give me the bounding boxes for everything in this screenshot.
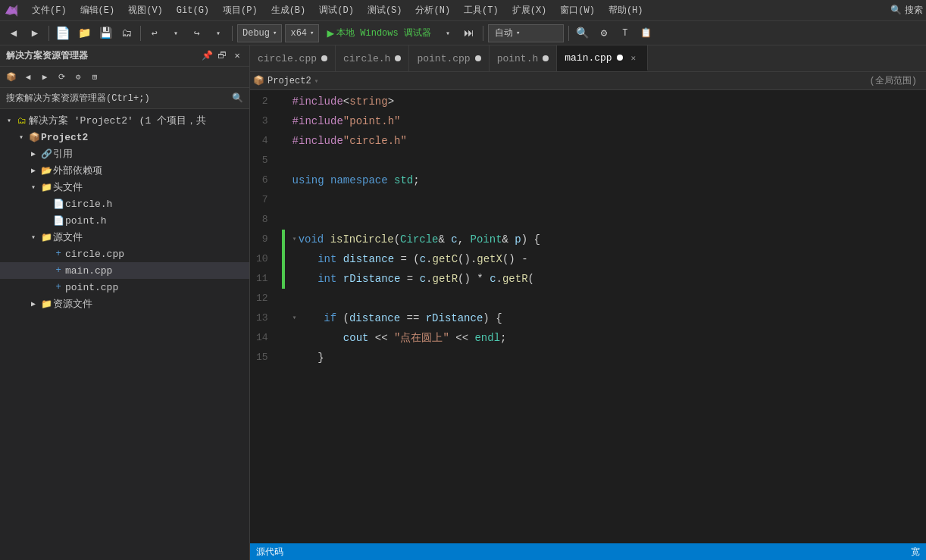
tab-point-h[interactable]: point.h — [490, 45, 558, 71]
sidebar-settings-btn[interactable]: ⚙ — [71, 70, 85, 84]
sources-icon: 📁 — [39, 232, 53, 243]
menu-git[interactable]: Git(G) — [170, 4, 215, 17]
pp-3: #include — [293, 111, 343, 131]
breadcrumb-icon: 📦 — [253, 75, 264, 86]
code-editor[interactable]: 2 3 4 5 6 7 8 9 10 11 12 13 14 15 — [250, 90, 926, 560]
save-btn[interactable]: 💾 — [96, 24, 114, 42]
menu-file[interactable]: 文件(F) — [26, 2, 73, 18]
code-content[interactable]: #include<string> #include"point.h" #incl… — [286, 90, 926, 560]
headers-arrow[interactable]: ▾ — [27, 183, 39, 192]
menu-debug[interactable]: 调试(D) — [313, 2, 360, 18]
sidebar-search-icon[interactable]: 🔍 — [232, 92, 243, 104]
forward-btn[interactable]: ▶ — [26, 24, 44, 42]
tree-item-headers[interactable]: ▾ 📁 头文件 — [0, 179, 249, 196]
extra-btn1[interactable]: 🔍 — [574, 24, 592, 42]
sidebar-search-text: 搜索解决方案资源管理器(Ctrl+;) — [6, 92, 229, 105]
debug-config-dropdown[interactable]: Debug ▾ — [237, 24, 282, 42]
pp-2: #include — [293, 92, 343, 111]
extra-btn3[interactable]: T — [616, 24, 634, 42]
tree-item-external-deps[interactable]: ▶ 📂 外部依赖项 — [0, 162, 249, 179]
sidebar-solution-icon: 📦 — [5, 70, 18, 84]
undo-btn[interactable]: ↩ — [145, 24, 164, 42]
collapse-9[interactable]: ▾ — [293, 230, 297, 249]
new-file-btn[interactable]: 📄 — [54, 24, 72, 42]
tree-item-resources[interactable]: ▶ 📁 资源文件 — [0, 296, 249, 312]
auto-dropdown[interactable]: 自动 ▾ — [488, 24, 564, 42]
extra-btn2[interactable]: ⚙ — [595, 24, 613, 42]
run-dropdown[interactable]: ▾ — [439, 24, 457, 42]
menu-window[interactable]: 窗口(W) — [554, 2, 601, 18]
tab-main-cpp[interactable]: main.cpp ✕ — [557, 45, 647, 71]
save-all-btn[interactable]: 🗂 — [117, 24, 136, 42]
tab-point-cpp-label: point.cpp — [417, 53, 470, 64]
main-cpp-label: main.cpp — [65, 265, 112, 277]
tab-circle-cpp[interactable]: circle.cpp — [250, 45, 336, 71]
redo-btn[interactable]: ↪ — [188, 24, 206, 42]
solution-expand-arrow[interactable]: ▾ — [3, 116, 15, 125]
menu-extensions[interactable]: 扩展(X) — [506, 2, 553, 18]
tab-circle-h[interactable]: circle.h — [336, 45, 409, 71]
menu-project[interactable]: 项目(P) — [217, 2, 264, 18]
project-expand-arrow[interactable]: ▾ — [15, 133, 27, 142]
code-line-7 — [286, 190, 926, 210]
circle-cpp-label: circle.cpp — [65, 249, 124, 260]
sources-arrow[interactable]: ▾ — [27, 233, 39, 242]
undo-dropdown[interactable]: ▾ — [167, 24, 185, 42]
main-cpp-icon: + — [52, 265, 65, 276]
extra-btn4[interactable]: 📋 — [637, 24, 655, 42]
tab-point-cpp[interactable]: point.cpp — [409, 45, 489, 71]
search-bar[interactable]: 🔍 搜索 — [890, 4, 923, 17]
tree-item-point-h[interactable]: 📄 point.h — [0, 212, 249, 229]
project-root[interactable]: ▾ 📦 Project2 — [0, 129, 249, 145]
open-btn[interactable]: 📁 — [75, 24, 93, 42]
menu-analyze[interactable]: 分析(N) — [409, 2, 456, 18]
ln-2: 2 — [256, 92, 268, 111]
tree-item-circle-h[interactable]: 📄 circle.h — [0, 196, 249, 212]
run-button[interactable]: ▶ 本地 Windows 调试器 — [322, 24, 435, 42]
sidebar-sync-btn[interactable]: ⟳ — [55, 70, 68, 84]
tabs-bar: circle.cpp circle.h point.cpp point.h ma… — [250, 45, 926, 72]
gutter-bar-11 — [282, 269, 285, 289]
ln-3: 3 — [256, 111, 268, 131]
menu-tools[interactable]: 工具(T) — [458, 2, 505, 18]
auto-label: 自动 — [495, 27, 513, 39]
tree-item-point-cpp[interactable]: + point.cpp — [0, 279, 249, 296]
menu-help[interactable]: 帮助(H) — [602, 2, 649, 18]
references-arrow[interactable]: ▶ — [27, 149, 39, 158]
resources-arrow[interactable]: ▶ — [27, 299, 39, 308]
back-btn[interactable]: ◀ — [5, 24, 23, 42]
breadcrumb-project: Project2 — [267, 76, 311, 86]
tree-item-sources[interactable]: ▾ 📁 源文件 — [0, 229, 249, 246]
pin-icon[interactable]: 📌 — [201, 50, 213, 62]
tab-main-cpp-close[interactable]: ✕ — [627, 52, 640, 64]
menu-edit[interactable]: 编辑(E) — [74, 2, 121, 18]
menu-view[interactable]: 视图(V) — [122, 2, 169, 18]
sidebar-forward-btn[interactable]: ▶ — [38, 70, 52, 84]
menu-test[interactable]: 测试(S) — [361, 2, 408, 18]
tab-circle-cpp-modified — [321, 55, 327, 61]
solution-root[interactable]: ▾ 🗂 解决方案 'Project2' (1 个项目，共 — [0, 112, 249, 129]
sidebar-header-icons: 📌 🗗 ✕ — [201, 50, 243, 62]
tab-circle-h-label: circle.h — [343, 53, 390, 64]
dock-icon[interactable]: 🗗 — [216, 50, 228, 62]
tree-item-circle-cpp[interactable]: + circle.cpp — [0, 246, 249, 262]
redo-dropdown[interactable]: ▾ — [209, 24, 227, 42]
menu-build[interactable]: 生成(B) — [265, 2, 312, 18]
platform-dropdown[interactable]: x64 ▾ — [285, 24, 319, 42]
collapse-13[interactable]: ▾ — [293, 308, 297, 328]
headers-label: 头文件 — [53, 180, 83, 194]
sidebar-back-btn[interactable]: ◀ — [21, 70, 35, 84]
status-source: 源代码 — [256, 546, 283, 558]
ln-6: 6 — [256, 171, 268, 190]
tree-item-references[interactable]: ▶ 🔗 引用 — [0, 145, 249, 162]
ln-11: 11 — [256, 269, 268, 289]
ext-deps-arrow[interactable]: ▶ — [27, 166, 39, 175]
close-sidebar-icon[interactable]: ✕ — [231, 50, 243, 62]
resources-label: 资源文件 — [53, 297, 92, 311]
step-over-btn[interactable]: ⏭ — [460, 24, 478, 42]
pp-4: #include — [293, 131, 343, 151]
tree-item-main-cpp[interactable]: + main.cpp — [0, 262, 249, 279]
sidebar-filter-btn[interactable]: ⊞ — [88, 70, 102, 84]
editor-scope: (全局范围) — [870, 74, 923, 87]
sidebar-search-bar: 搜索解决方案资源管理器(Ctrl+;) 🔍 — [0, 88, 249, 109]
